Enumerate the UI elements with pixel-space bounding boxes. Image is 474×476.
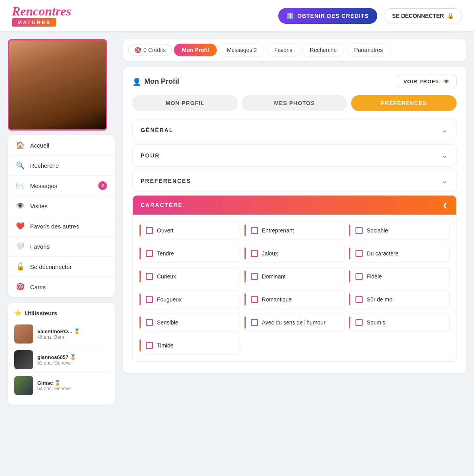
user-card-giannos[interactable]: giannos6057 🏅 52 ans, Genève [14,347,109,373]
caractere-header[interactable]: CARACTÈRE ❮ [133,196,456,215]
user-meta: 52 ans, Genève [37,360,76,366]
disconnect-button[interactable]: SE DÉCONNECTER 🔒 [384,8,462,23]
char-label: Romantique [262,296,292,303]
char-du-caractere[interactable]: Du caractère [349,244,450,263]
char-sociable[interactable]: Sociable [349,221,450,240]
sub-tabs: MON PROFIL MES PHOTOS PRÉFÉRENCES [132,95,457,111]
caractere-title: CARACTÈRE [141,202,183,208]
user-icon: 👤 [132,77,141,86]
char-dominant[interactable]: Dominant [244,267,345,286]
char-ouvert[interactable]: Ouvert [139,221,240,240]
profile-section-header: 👤 Mon Profil VOIR PROFIL 👁️ [132,75,457,88]
char-soumis[interactable]: Soumis [349,313,450,332]
user-name: giannos6057 🏅 [37,354,76,360]
char-checkbox[interactable] [251,227,258,234]
accordion-pour: POUR ⌄ [132,144,457,167]
sidebar-item-deconnexion[interactable]: 🔓 Se déconnecter [8,257,115,277]
sidebar-item-recherche[interactable]: 🔍 Recherche [8,155,115,176]
char-romantique[interactable]: Romantique [244,290,345,309]
char-checkbox[interactable] [356,250,363,257]
tab-messages-label: Messages 2 [227,47,256,53]
chevron-down-icon: ⌄ [442,151,448,160]
user-avatar [14,350,33,369]
sidebar-nav: 🏠 Accueil 🔍 Recherche ✉️ Messages 2 👁️ V… [8,135,115,297]
sidebar-item-label: Favoris [30,243,50,250]
chevron-left-icon: ❮ [443,202,448,208]
accordion-pour-header[interactable]: POUR ⌄ [133,145,456,166]
char-sur-de-moi[interactable]: Sûr de moi [349,290,450,309]
user-meta: 54 ans, Genève [37,386,71,392]
users-section-title: ⭐ Utilisateurs [14,309,109,317]
char-checkbox[interactable] [146,319,153,326]
char-curieux[interactable]: Curieux [139,267,240,286]
user-card-gimac[interactable]: Gimac 🏅 54 ans, Genève [14,373,109,398]
tab-recherche-label: Recherche [310,47,337,53]
user-card-valentino[interactable]: ValentinoRO... 🏅 46 ans, Bern [14,321,109,347]
sidebar: 🏠 Accueil 🔍 Recherche ✉️ Messages 2 👁️ V… [8,39,115,405]
credits-icon: ℹ️ [287,13,294,19]
user-name: ValentinoRO... 🏅 [37,328,80,334]
profile-photo[interactable] [8,39,107,131]
sub-tab-mes-photos[interactable]: MES PHOTOS [242,95,347,111]
char-label: Entreprenant [262,227,294,234]
user-name: Gimac 🏅 [37,380,71,386]
char-checkbox[interactable] [146,227,153,234]
char-fougueux[interactable]: Fougueux [139,290,240,309]
get-credits-button[interactable]: ℹ️ OBTENIR DES CRÉDITS [278,8,377,24]
accordion-general-header[interactable]: GÉNÉRAL ⌄ [133,119,456,141]
char-label: Fougueux [157,296,182,303]
credits-tab-icon: 🎯 [134,47,141,53]
char-checkbox[interactable] [356,296,363,303]
logo-subtitle: MATURES [12,18,56,27]
char-checkbox[interactable] [251,273,258,280]
tab-mon-profil[interactable]: Mon Profil [174,44,217,56]
sidebar-item-messages[interactable]: ✉️ Messages 2 [8,176,115,196]
char-checkbox[interactable] [251,319,258,326]
user-avatar [14,376,33,395]
user-meta: 46 ans, Bern [37,334,80,340]
sidebar-item-accueil[interactable]: 🏠 Accueil [8,135,115,155]
char-checkbox[interactable] [251,296,258,303]
voir-profil-label: VOIR PROFIL [403,79,441,84]
char-label: Jaloux [262,250,278,257]
char-checkbox[interactable] [146,342,153,349]
char-label: Curieux [157,273,176,280]
header-actions: ℹ️ OBTENIR DES CRÉDITS SE DÉCONNECTER 🔒 [278,8,462,24]
char-label: Avec du sens de l'humour [262,319,325,326]
char-checkbox[interactable] [356,273,363,280]
header: Rencontres MATURES ℹ️ OBTENIR DES CRÉDIT… [0,0,474,31]
char-checkbox[interactable] [251,250,258,257]
char-timide[interactable]: Timide [139,336,240,355]
sidebar-item-cams[interactable]: 🎯 Cams [8,277,115,297]
sub-tab-mon-profil[interactable]: MON PROFIL [132,95,238,111]
sidebar-item-favoris[interactable]: 🤍 Favoris [8,236,115,257]
accordion-preferences-header[interactable]: PRÉFÉRENCES ⌄ [133,170,456,192]
sub-tab-preferences[interactable]: PRÉFÉRENCES [351,95,457,111]
char-entreprenant[interactable]: Entreprenant [244,221,345,240]
accordion-general: GÉNÉRAL ⌄ [132,119,457,141]
char-sensible[interactable]: Sensible [139,313,240,332]
sidebar-item-favoris-autres[interactable]: ❤️ Favoris des autres [8,216,115,236]
get-credits-label: OBTENIR DES CRÉDITS [297,13,369,19]
tab-favoris[interactable]: Favoris [267,43,300,57]
tab-recherche[interactable]: Recherche [302,43,344,57]
tab-credits[interactable]: 🎯 0 Crédits [128,44,172,56]
logo: Rencontres MATURES [12,5,71,27]
char-jaloux[interactable]: Jaloux [244,244,345,263]
char-checkbox[interactable] [356,227,363,234]
sidebar-item-visites[interactable]: 👁️ Visites [8,196,115,216]
char-checkbox[interactable] [146,273,153,280]
messages-badge: 2 [98,181,107,190]
voir-profil-button[interactable]: VOIR PROFIL 👁️ [397,75,457,88]
char-sens-humour[interactable]: Avec du sens de l'humour [244,313,345,332]
heart-outline-icon: 🤍 [16,242,25,251]
char-checkbox[interactable] [356,319,363,326]
char-tendre[interactable]: Tendre [139,244,240,263]
char-label: Soumis [367,319,385,326]
tab-parametres[interactable]: Paramètres [347,43,390,57]
char-checkbox[interactable] [146,296,153,303]
tab-messages[interactable]: Messages 2 [219,43,264,57]
char-fidele[interactable]: Fidèle [349,267,450,286]
char-checkbox[interactable] [146,250,153,257]
main-layout: 🏠 Accueil 🔍 Recherche ✉️ Messages 2 👁️ V… [0,31,474,413]
